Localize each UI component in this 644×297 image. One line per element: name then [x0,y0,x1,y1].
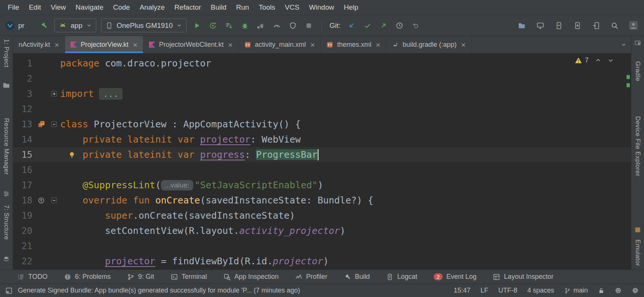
tab-build-gradle-app[interactable]: build.gradle (:app)× [386,36,472,53]
close-tab-icon[interactable]: × [375,41,380,49]
toolwindow-layout-inspector[interactable]: Layout Inspector [485,270,562,284]
menu-edit[interactable]: Edit [24,1,46,14]
status-message[interactable]: Generate Signed Bundle: App bundle(s) ge… [18,287,300,294]
project-structure-icon[interactable] [516,20,527,31]
related-files-icon[interactable] [38,120,45,128]
device-selector[interactable]: OnePlus GM1910 [101,19,187,32]
stripe-running-devices-icon[interactable] [634,40,641,48]
tab-projectorwebclient-kt[interactable]: ProjectorWebClient.kt× [143,36,239,53]
stripe-project-folder-icon[interactable] [3,81,10,91]
menu-navigate[interactable]: Navigate [71,1,108,14]
fold-plus-icon[interactable] [51,91,57,97]
build-project-icon[interactable] [38,20,49,31]
line-number[interactable]: 15 [13,150,35,160]
code-text[interactable]: super.onCreate(savedInstanceState) [60,208,295,223]
menu-analyze[interactable]: Analyze [135,1,170,14]
menu-run[interactable]: Run [231,1,254,14]
menu-help[interactable]: Help [339,1,363,14]
git-history-icon[interactable] [394,20,405,31]
stripe-gradle[interactable]: Gradle [634,61,641,81]
code-text[interactable]: @SuppressLint(...value:"SetJavaScriptEna… [60,177,323,193]
menu-build[interactable]: Build [206,1,231,14]
debug-icon[interactable] [239,20,250,31]
stop-icon[interactable] [303,20,314,31]
encoding-indicator[interactable]: UTF-8 [498,287,517,294]
tool-window-toggle-icon[interactable] [5,287,13,294]
close-tab-icon[interactable]: × [227,41,233,49]
run-with-coverage-icon[interactable] [287,20,298,31]
menu-code[interactable]: Code [108,1,135,14]
next-problem-chevron-icon[interactable] [608,57,614,63]
stripe-build-variants-icon[interactable] [3,190,10,199]
stripe-emulator-toolbar-icon[interactable] [634,226,642,235]
stripe-structure[interactable]: 7: Structure [3,205,10,240]
code-text[interactable]: override fun onCreate(savedInstanceState… [60,193,373,208]
apply-changes-icon[interactable] [207,20,219,31]
line-number[interactable]: 1 [13,58,35,69]
close-tab-icon[interactable]: × [54,41,59,49]
line-number[interactable]: 13 [13,119,35,130]
toolwindow-9-git[interactable]: 9: Git [119,270,162,284]
menu-tools[interactable]: Tools [254,1,280,14]
line-number[interactable]: 3 [13,89,35,99]
menu-vcs[interactable]: VCS [280,1,304,14]
line-number[interactable]: 12 [13,104,35,114]
line-number[interactable]: 22 [13,256,35,267]
overriding-method-icon[interactable] [38,197,45,204]
menu-view[interactable]: View [46,1,71,14]
code-editor[interactable]: 1package com.draco.projector23import ...… [13,53,631,270]
git-rollback-icon[interactable] [410,20,421,31]
tab-list-chevron-icon[interactable] [621,42,627,48]
status-clock-icon[interactable] [632,287,639,294]
git-commit-icon[interactable] [362,20,373,31]
code-text[interactable]: class ProjectorView : AppCompatActivity(… [60,117,301,132]
line-separator-indicator[interactable]: LF [480,287,488,294]
feedback-smiley-icon[interactable] [615,287,622,294]
avd-manager-icon[interactable] [553,20,564,31]
fold-minus-icon[interactable] [51,198,57,203]
toolwindow-terminal[interactable]: Terminal [162,270,215,284]
device-mirroring-icon[interactable] [590,20,602,31]
line-number[interactable]: 16 [13,165,35,175]
fold-minus-icon[interactable] [51,121,57,127]
git-branch-indicator[interactable]: main [564,287,588,294]
code-text[interactable]: package com.draco.projector [60,56,211,71]
code-text[interactable]: import ... [60,86,122,101]
toolwindow-event-log[interactable]: 2Event Log [425,270,485,284]
tab-themes-xml[interactable]: themes.xml× [321,36,386,53]
line-number[interactable]: 18 [13,195,35,206]
layout-inspector-toolbar-icon[interactable] [535,20,546,31]
toolwindow-profiler[interactable]: Profiler [287,270,336,284]
error-stripe[interactable] [625,53,631,270]
line-number[interactable]: 2 [13,74,35,84]
menu-window[interactable]: Window [304,1,339,14]
account-avatar[interactable] [628,20,639,31]
toolwindow-logcat[interactable]: Logcat [378,270,425,284]
stripe-resource-manager[interactable]: Resource Manager [3,118,10,175]
git-update-project-icon[interactable] [346,20,357,31]
line-number[interactable]: 17 [13,180,35,190]
toolwindow-build[interactable]: Build [336,270,378,284]
profile-app-icon[interactable] [271,20,282,31]
toolwindow-app-inspection[interactable]: App Inspection [215,270,287,284]
line-number[interactable]: 21 [13,241,35,251]
run-configuration-selector[interactable]: app [54,19,96,32]
menu-file[interactable]: File [3,1,24,14]
code-text[interactable]: private lateinit var projector: WebView [60,132,301,147]
code-text[interactable]: setContentView(R.layout.activity_project… [60,223,346,238]
apply-code-changes-icon[interactable] [223,20,234,31]
stripe-favorites-icon[interactable] [3,255,10,264]
close-tab-icon[interactable]: × [310,41,315,49]
attach-debugger-icon[interactable] [255,20,266,31]
menu-refactor[interactable]: Refactor [169,1,206,14]
tab-projectorview-kt[interactable]: ProjectorView.kt× [65,36,143,53]
git-push-icon[interactable] [378,20,389,31]
sdk-manager-icon[interactable] [572,20,583,31]
indent-indicator[interactable]: 4 spaces [527,287,554,294]
warning-indicator[interactable]: 7 [575,56,589,64]
change-mark[interactable] [627,83,630,87]
code-text[interactable]: projector = findViewById(R.id.projector) [60,254,329,269]
line-number[interactable]: 14 [13,134,35,145]
previous-problem-chevron-icon[interactable] [595,57,601,63]
lock-icon[interactable] [598,287,605,294]
